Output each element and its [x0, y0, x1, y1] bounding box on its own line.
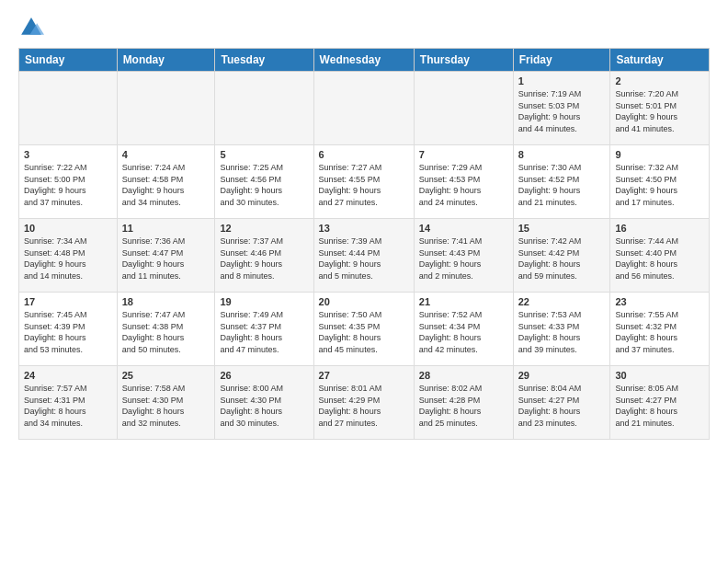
logo-icon [18, 15, 44, 40]
day-info: Sunrise: 7:58 AM Sunset: 4:30 PM Dayligh… [122, 383, 210, 429]
calendar-cell-w4-d4: 28Sunrise: 8:02 AM Sunset: 4:28 PM Dayli… [414, 366, 513, 440]
calendar-week-2: 10Sunrise: 7:34 AM Sunset: 4:48 PM Dayli… [19, 219, 710, 293]
day-info: Sunrise: 7:55 AM Sunset: 4:32 PM Dayligh… [615, 309, 704, 355]
day-info: Sunrise: 7:32 AM Sunset: 4:50 PM Dayligh… [615, 162, 704, 208]
day-info: Sunrise: 7:24 AM Sunset: 4:58 PM Dayligh… [122, 162, 210, 208]
day-number: 28 [419, 370, 508, 381]
day-info: Sunrise: 7:53 AM Sunset: 4:33 PM Dayligh… [518, 309, 606, 355]
day-number: 8 [518, 149, 606, 160]
day-info: Sunrise: 7:36 AM Sunset: 4:47 PM Dayligh… [122, 236, 210, 282]
day-number: 22 [518, 296, 606, 307]
day-number: 23 [615, 296, 704, 307]
calendar-cell-w4-d0: 24Sunrise: 7:57 AM Sunset: 4:31 PM Dayli… [19, 366, 118, 440]
day-info: Sunrise: 7:39 AM Sunset: 4:44 PM Dayligh… [319, 236, 409, 282]
day-info: Sunrise: 8:01 AM Sunset: 4:29 PM Dayligh… [319, 383, 409, 429]
day-number: 7 [419, 149, 508, 160]
calendar-cell-w1-d6: 9Sunrise: 7:32 AM Sunset: 4:50 PM Daylig… [610, 145, 710, 219]
col-header-sunday: Sunday [19, 49, 118, 72]
calendar-cell-w3-d5: 22Sunrise: 7:53 AM Sunset: 4:33 PM Dayli… [513, 293, 610, 366]
day-number: 20 [319, 296, 409, 307]
calendar-cell-w1-d5: 8Sunrise: 7:30 AM Sunset: 4:52 PM Daylig… [513, 145, 610, 219]
day-info: Sunrise: 7:50 AM Sunset: 4:35 PM Dayligh… [319, 309, 409, 355]
calendar-cell-w0-d6: 2Sunrise: 7:20 AM Sunset: 5:01 PM Daylig… [610, 72, 710, 145]
day-number: 10 [24, 223, 112, 234]
calendar-cell-w4-d3: 27Sunrise: 8:01 AM Sunset: 4:29 PM Dayli… [313, 366, 414, 440]
day-number: 4 [122, 149, 210, 160]
day-number: 25 [122, 370, 210, 381]
day-info: Sunrise: 7:42 AM Sunset: 4:42 PM Dayligh… [518, 236, 606, 282]
day-info: Sunrise: 7:30 AM Sunset: 4:52 PM Dayligh… [518, 162, 606, 208]
day-info: Sunrise: 7:29 AM Sunset: 4:53 PM Dayligh… [419, 162, 508, 208]
day-info: Sunrise: 8:05 AM Sunset: 4:27 PM Dayligh… [615, 383, 704, 429]
day-number: 21 [419, 296, 508, 307]
calendar-cell-w2-d0: 10Sunrise: 7:34 AM Sunset: 4:48 PM Dayli… [19, 219, 118, 293]
day-number: 9 [615, 149, 704, 160]
day-number: 3 [24, 149, 112, 160]
logo [18, 15, 48, 40]
calendar-cell-w0-d5: 1Sunrise: 7:19 AM Sunset: 5:03 PM Daylig… [513, 72, 610, 145]
calendar-cell-w3-d0: 17Sunrise: 7:45 AM Sunset: 4:39 PM Dayli… [19, 293, 118, 366]
day-number: 13 [319, 223, 409, 234]
day-info: Sunrise: 7:22 AM Sunset: 5:00 PM Dayligh… [24, 162, 112, 208]
calendar-cell-w1-d2: 5Sunrise: 7:25 AM Sunset: 4:56 PM Daylig… [215, 145, 313, 219]
day-number: 24 [24, 370, 112, 381]
day-number: 12 [220, 223, 308, 234]
day-number: 11 [122, 223, 210, 234]
day-info: Sunrise: 7:41 AM Sunset: 4:43 PM Dayligh… [419, 236, 508, 282]
calendar-week-4: 24Sunrise: 7:57 AM Sunset: 4:31 PM Dayli… [19, 366, 710, 440]
day-info: Sunrise: 8:02 AM Sunset: 4:28 PM Dayligh… [419, 383, 508, 429]
calendar-week-3: 17Sunrise: 7:45 AM Sunset: 4:39 PM Dayli… [19, 293, 710, 366]
day-number: 19 [220, 296, 308, 307]
day-info: Sunrise: 7:25 AM Sunset: 4:56 PM Dayligh… [220, 162, 308, 208]
col-header-tuesday: Tuesday [215, 49, 313, 72]
calendar-cell-w1-d1: 4Sunrise: 7:24 AM Sunset: 4:58 PM Daylig… [117, 145, 215, 219]
calendar-cell-w2-d2: 12Sunrise: 7:37 AM Sunset: 4:46 PM Dayli… [215, 219, 313, 293]
calendar-cell-w3-d3: 20Sunrise: 7:50 AM Sunset: 4:35 PM Dayli… [313, 293, 414, 366]
col-header-saturday: Saturday [610, 49, 710, 72]
day-info: Sunrise: 8:00 AM Sunset: 4:30 PM Dayligh… [220, 383, 308, 429]
calendar-cell-w0-d1 [117, 72, 215, 145]
day-number: 29 [518, 370, 606, 381]
calendar-cell-w2-d1: 11Sunrise: 7:36 AM Sunset: 4:47 PM Dayli… [117, 219, 215, 293]
day-info: Sunrise: 7:52 AM Sunset: 4:34 PM Dayligh… [419, 309, 508, 355]
day-info: Sunrise: 7:49 AM Sunset: 4:37 PM Dayligh… [220, 309, 308, 355]
calendar-cell-w1-d4: 7Sunrise: 7:29 AM Sunset: 4:53 PM Daylig… [414, 145, 513, 219]
day-number: 16 [615, 223, 704, 234]
day-info: Sunrise: 7:37 AM Sunset: 4:46 PM Dayligh… [220, 236, 308, 282]
calendar-cell-w0-d2 [215, 72, 313, 145]
calendar-cell-w3-d6: 23Sunrise: 7:55 AM Sunset: 4:32 PM Dayli… [610, 293, 710, 366]
day-number: 26 [220, 370, 308, 381]
calendar-cell-w4-d1: 25Sunrise: 7:58 AM Sunset: 4:30 PM Dayli… [117, 366, 215, 440]
day-info: Sunrise: 7:47 AM Sunset: 4:38 PM Dayligh… [122, 309, 210, 355]
page-header [18, 15, 710, 40]
calendar-cell-w2-d6: 16Sunrise: 7:44 AM Sunset: 4:40 PM Dayli… [610, 219, 710, 293]
day-info: Sunrise: 7:45 AM Sunset: 4:39 PM Dayligh… [24, 309, 112, 355]
calendar-cell-w3-d2: 19Sunrise: 7:49 AM Sunset: 4:37 PM Dayli… [215, 293, 313, 366]
calendar-cell-w1-d0: 3Sunrise: 7:22 AM Sunset: 5:00 PM Daylig… [19, 145, 118, 219]
page-container: SundayMondayTuesdayWednesdayThursdayFrid… [0, 0, 728, 449]
calendar-cell-w0-d0 [19, 72, 118, 145]
day-number: 1 [518, 75, 606, 86]
col-header-friday: Friday [513, 49, 610, 72]
day-info: Sunrise: 7:19 AM Sunset: 5:03 PM Dayligh… [518, 88, 606, 134]
calendar-week-1: 3Sunrise: 7:22 AM Sunset: 5:00 PM Daylig… [19, 145, 710, 219]
calendar-cell-w4-d6: 30Sunrise: 8:05 AM Sunset: 4:27 PM Dayli… [610, 366, 710, 440]
day-info: Sunrise: 8:04 AM Sunset: 4:27 PM Dayligh… [518, 383, 606, 429]
day-number: 15 [518, 223, 606, 234]
calendar-cell-w1-d3: 6Sunrise: 7:27 AM Sunset: 4:55 PM Daylig… [313, 145, 414, 219]
day-info: Sunrise: 7:34 AM Sunset: 4:48 PM Dayligh… [24, 236, 112, 282]
day-number: 2 [615, 75, 704, 86]
col-header-wednesday: Wednesday [313, 49, 414, 72]
day-number: 14 [419, 223, 508, 234]
day-info: Sunrise: 7:57 AM Sunset: 4:31 PM Dayligh… [24, 383, 112, 429]
day-number: 30 [615, 370, 704, 381]
calendar-cell-w0-d3 [313, 72, 414, 145]
calendar-cell-w2-d3: 13Sunrise: 7:39 AM Sunset: 4:44 PM Dayli… [313, 219, 414, 293]
calendar-cell-w3-d1: 18Sunrise: 7:47 AM Sunset: 4:38 PM Dayli… [117, 293, 215, 366]
day-number: 27 [319, 370, 409, 381]
col-header-monday: Monday [117, 49, 215, 72]
calendar-cell-w3-d4: 21Sunrise: 7:52 AM Sunset: 4:34 PM Dayli… [414, 293, 513, 366]
day-number: 18 [122, 296, 210, 307]
day-info: Sunrise: 7:20 AM Sunset: 5:01 PM Dayligh… [615, 88, 704, 134]
day-number: 6 [319, 149, 409, 160]
